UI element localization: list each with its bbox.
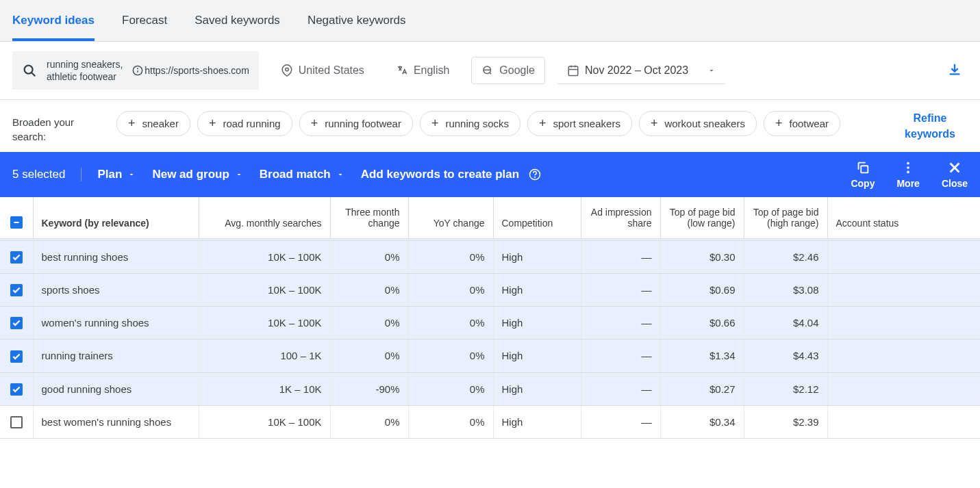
language-filter[interactable]: English: [386, 57, 459, 84]
header-yoy[interactable]: YoY change: [408, 197, 493, 239]
header-checkbox-cell: [0, 197, 33, 239]
table-row[interactable]: best women's running shoes10K – 100K0%0%…: [0, 405, 980, 438]
cell-account-status: [827, 241, 980, 274]
select-all-checkbox[interactable]: [10, 216, 23, 229]
network-icon: [481, 64, 494, 77]
pill-label: workout sneakers: [664, 118, 745, 129]
svg-point-0: [25, 66, 33, 74]
location-label: United States: [299, 64, 364, 77]
location-filter[interactable]: United States: [271, 57, 374, 84]
broaden-pill[interactable]: +sneaker: [116, 111, 190, 136]
cell-yoy: 0%: [408, 274, 493, 307]
help-icon[interactable]: [529, 168, 541, 181]
table-row[interactable]: good running shoes1K – 10K-90%0%High—$0.…: [0, 372, 980, 405]
selected-count: 5 selected: [12, 168, 81, 181]
chevron-down-icon: [336, 170, 344, 179]
network-label: Google: [499, 64, 535, 77]
broaden-pill[interactable]: +running socks: [420, 111, 520, 136]
tab-saved-keywords[interactable]: Saved keywords: [194, 0, 280, 41]
cell-account-status: [827, 339, 980, 372]
header-account-status[interactable]: Account status: [827, 197, 980, 239]
tab-forecast[interactable]: Forecast: [122, 0, 167, 41]
header-bid-low[interactable]: Top of page bid (low range): [660, 197, 744, 239]
broaden-pills: +sneaker+road running+running footwear+r…: [116, 111, 883, 136]
cell-three-month: 0%: [330, 405, 408, 438]
header-avg-searches[interactable]: Avg. monthly searches: [199, 197, 330, 239]
header-competition[interactable]: Competition: [493, 197, 581, 239]
cell-keyword: best running shoes: [33, 241, 199, 274]
cell-bid-high: $4.04: [744, 307, 827, 339]
cell-competition: High: [493, 274, 581, 307]
header-bid-high[interactable]: Top of page bid (high range): [744, 197, 827, 239]
cell-account-status: [827, 274, 980, 307]
date-range-picker[interactable]: Nov 2022 – Oct 2023: [557, 57, 725, 84]
tab-negative-keywords[interactable]: Negative keywords: [307, 0, 406, 41]
header-three-month[interactable]: Three month change: [330, 197, 408, 239]
plus-icon: +: [311, 116, 318, 131]
row-checkbox[interactable]: [10, 416, 23, 428]
svg-line-1: [32, 73, 35, 76]
table-header-row: Keyword (by relevance) Avg. monthly sear…: [0, 197, 980, 239]
cell-ad-impression: —: [581, 339, 660, 372]
broaden-search-row: Broaden your search: +sneaker+road runni…: [0, 100, 980, 152]
broaden-pill[interactable]: +footwear: [764, 111, 840, 136]
cell-bid-high: $3.08: [744, 274, 827, 307]
seed-keywords-line1: running sneakers,: [47, 58, 123, 70]
cell-three-month: 0%: [330, 307, 408, 339]
filters-row: running sneakers, athletic footwear http…: [0, 42, 980, 100]
svg-point-16: [907, 162, 909, 165]
cell-bid-high: $2.39: [744, 405, 827, 438]
header-ad-impression[interactable]: Ad impression share: [581, 197, 660, 239]
broaden-pill[interactable]: +running footwear: [299, 111, 413, 136]
selection-action-bar: 5 selected Plan New ad group Broad match…: [0, 152, 980, 197]
copy-button[interactable]: Copy: [851, 160, 875, 189]
plus-icon: +: [209, 116, 216, 131]
broaden-pill[interactable]: +sport sneakers: [527, 111, 632, 136]
table-row[interactable]: best running shoes10K – 100K0%0%High—$0.…: [0, 241, 980, 274]
row-checkbox[interactable]: [10, 383, 23, 396]
row-checkbox[interactable]: [10, 317, 23, 329]
cell-account-status: [827, 405, 980, 438]
cell-bid-high: $4.43: [744, 339, 827, 372]
cell-yoy: 0%: [408, 405, 493, 438]
plan-dropdown[interactable]: Plan: [98, 168, 136, 181]
seed-site: https://sports-shoes.com: [132, 65, 249, 76]
cell-yoy: 0%: [408, 241, 493, 274]
row-checkbox[interactable]: [10, 251, 23, 264]
more-button[interactable]: More: [896, 160, 919, 189]
broad-match-dropdown[interactable]: Broad match: [260, 168, 344, 181]
cell-keyword: running trainers: [33, 339, 199, 372]
refine-keywords-link[interactable]: Refine keywords: [892, 111, 968, 142]
cell-three-month: -90%: [330, 372, 408, 405]
search-seed-box[interactable]: running sneakers, athletic footwear http…: [12, 51, 259, 90]
pill-label: sneaker: [142, 118, 179, 129]
plus-icon: +: [128, 116, 136, 131]
cell-three-month: 0%: [330, 339, 408, 372]
location-icon: [281, 64, 293, 77]
row-checkbox[interactable]: [10, 350, 23, 363]
pill-label: road running: [223, 118, 280, 129]
cell-bid-low: $0.27: [660, 372, 744, 405]
tab-keyword-ideas[interactable]: Keyword ideas: [12, 0, 95, 41]
add-keywords-button[interactable]: Add keywords to create plan: [361, 168, 541, 181]
broaden-pill[interactable]: +workout sneakers: [639, 111, 757, 136]
translate-icon: [396, 64, 408, 77]
cell-bid-low: $0.30: [660, 241, 744, 274]
table-row[interactable]: running trainers100 – 1K0%0%High—$1.34$4…: [0, 339, 980, 372]
cell-avg-searches: 10K – 100K: [199, 307, 330, 339]
network-filter[interactable]: Google: [471, 57, 545, 84]
cell-three-month: 0%: [330, 274, 408, 307]
close-icon: [947, 160, 962, 175]
download-button[interactable]: [942, 57, 968, 85]
close-button[interactable]: Close: [942, 160, 968, 189]
new-ad-group-dropdown[interactable]: New ad group: [152, 168, 242, 181]
table-row[interactable]: sports shoes10K – 100K0%0%High—$0.69$3.0…: [0, 274, 980, 307]
table-row[interactable]: women's running shoes10K – 100K0%0%High—…: [0, 307, 980, 339]
date-range-label: Nov 2022 – Oct 2023: [585, 64, 688, 77]
cell-avg-searches: 1K – 10K: [199, 372, 330, 405]
broaden-pill[interactable]: +road running: [197, 111, 292, 136]
plus-icon: +: [431, 116, 439, 131]
chevron-down-icon: [235, 170, 243, 179]
row-checkbox[interactable]: [10, 284, 23, 296]
header-keyword[interactable]: Keyword (by relevance): [33, 197, 199, 239]
